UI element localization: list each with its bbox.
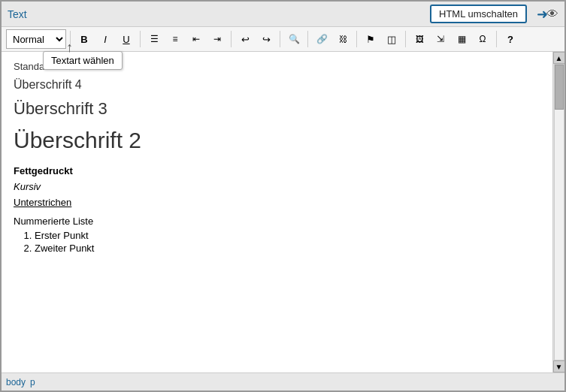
italic-paragraph: Kursiv	[14, 181, 540, 192]
unordered-list-button[interactable]: ≡	[165, 29, 185, 49]
underline-paragraph: Unterstrichen	[14, 197, 540, 208]
undo-icon: ↩	[241, 34, 250, 45]
separator-5	[307, 31, 308, 47]
tooltip-text: Textart wählen	[51, 55, 114, 66]
toolbar: Normal Standardtext Überschrift 1 Übersc…	[2, 27, 564, 52]
special-chars-button[interactable]: Ω	[473, 29, 492, 49]
link-button[interactable]: 🔗	[312, 29, 331, 49]
bold-paragraph: Fettgedruckt	[14, 165, 540, 176]
fullscreen-icon: ▦	[458, 34, 466, 44]
fullscreen-button[interactable]: ▦	[452, 29, 471, 49]
underline-button[interactable]: U	[117, 29, 136, 49]
scroll-up-arrow[interactable]: ▲	[553, 52, 565, 64]
status-tag-body[interactable]: body	[6, 377, 26, 387]
search-icon: 🔍	[289, 34, 300, 44]
undo-button[interactable]: ↩	[235, 29, 255, 49]
unlink-button[interactable]: ⛓	[333, 29, 353, 49]
search-button[interactable]: 🔍	[284, 29, 304, 49]
anchor-icon: ⚑	[366, 34, 375, 45]
list-item-2: Zweiter Punkt	[35, 243, 540, 254]
separator-8	[496, 31, 497, 47]
redo-icon: ↪	[262, 34, 271, 45]
list-label: Nummerierte Liste	[14, 216, 540, 227]
scroll-track[interactable]	[554, 64, 564, 360]
status-bar: body p	[2, 372, 564, 390]
indent-icon: ⇥	[213, 34, 221, 44]
help-icon: ?	[507, 34, 513, 45]
bold-button[interactable]: B	[74, 29, 94, 49]
separator-7	[405, 31, 406, 47]
scrollbar[interactable]: ▲ ▼	[552, 52, 564, 372]
outdent-icon: ⇤	[192, 34, 200, 44]
editor-wrapper: Standardtext Überschrift 4 Überschrift 3…	[2, 52, 564, 372]
outdent-button[interactable]: ⇤	[186, 29, 206, 49]
tooltip-box: ↑ Textart wählen	[43, 51, 123, 70]
ordered-list-icon: ☰	[150, 34, 159, 44]
scroll-thumb[interactable]	[555, 65, 564, 110]
tooltip-arrow: ↑	[66, 40, 73, 56]
numbered-list: Erster Punkt Zweiter Punkt	[35, 230, 540, 254]
ordered-list-button[interactable]: ☰	[144, 29, 164, 49]
unlink-icon: ⛓	[339, 35, 347, 44]
heading2-paragraph: Überschrift 2	[14, 128, 540, 153]
italic-button[interactable]: I	[95, 29, 115, 49]
heading4-paragraph: Überschrift 4	[14, 78, 540, 92]
image-icon: 🖼	[416, 35, 424, 44]
anchor-button[interactable]: ⚑	[361, 29, 380, 49]
top-bar-right: HTML umschalten ➜ 👁	[430, 5, 558, 23]
separator-3	[231, 31, 232, 47]
indent-button[interactable]: ⇥	[207, 29, 227, 49]
table-button[interactable]: ◫	[382, 29, 401, 49]
image-resize-button[interactable]: ⇲	[431, 29, 450, 49]
help-button[interactable]: ?	[501, 29, 520, 49]
unordered-list-icon: ≡	[172, 34, 177, 44]
status-tag-p[interactable]: p	[30, 377, 35, 387]
top-bar: Text HTML umschalten ➜ 👁	[2, 2, 564, 27]
style-select[interactable]: Normal Standardtext Überschrift 1 Übersc…	[6, 29, 66, 49]
separator-2	[140, 31, 141, 47]
separator-4	[280, 31, 280, 47]
eye-icon[interactable]: 👁	[546, 8, 558, 21]
redo-button[interactable]: ↪	[256, 29, 276, 49]
html-toggle-button[interactable]: HTML umschalten	[430, 5, 527, 23]
separator-6	[356, 31, 357, 47]
arrow-icon: ➜	[537, 6, 548, 23]
scroll-down-arrow[interactable]: ▼	[553, 360, 565, 372]
heading3-paragraph: Überschrift 3	[14, 99, 540, 119]
image-resize-icon: ⇲	[437, 34, 444, 44]
image-button[interactable]: 🖼	[410, 29, 429, 49]
panel-title: Text	[8, 8, 27, 20]
editor-content[interactable]: Standardtext Überschrift 4 Überschrift 3…	[2, 52, 552, 372]
special-chars-icon: Ω	[480, 34, 486, 44]
link-icon: 🔗	[316, 34, 328, 44]
table-icon: ◫	[387, 34, 396, 45]
list-item-1: Erster Punkt	[35, 230, 540, 241]
